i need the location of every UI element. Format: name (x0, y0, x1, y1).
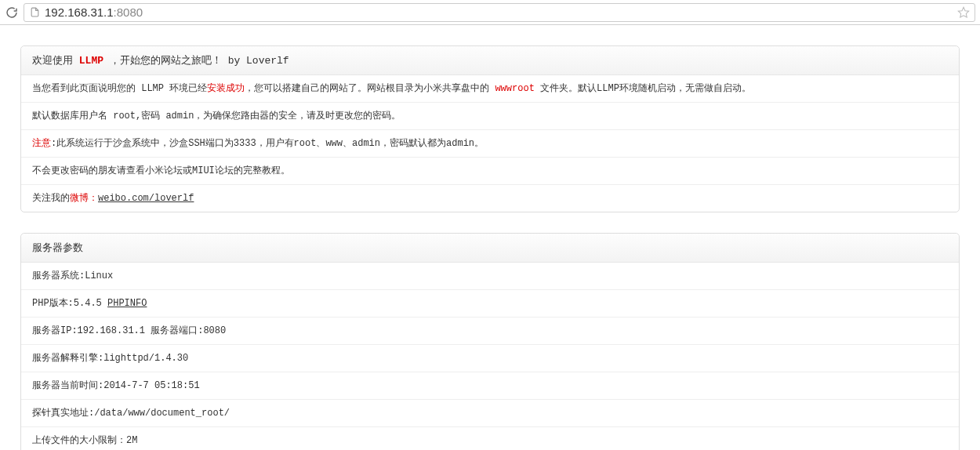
server-row-time: 服务器当前时间:2014-7-7 05:18:51 (21, 372, 959, 400)
welcome-panel: 欢迎使用 LLMP ，开始您的网站之旅吧！ by Loverlf 当您看到此页面… (20, 45, 960, 212)
svg-marker-0 (958, 7, 968, 17)
server-row-docroot: 探针真实地址:/data/www/document_root/ (21, 400, 959, 427)
url-text: 192.168.31.1:8080 (45, 5, 143, 19)
welcome-row-install: 当您看到此页面说明您的 LLMP 环境已经安装成功，您可以搭建自己的网站了。网站… (21, 75, 959, 103)
server-row-ip: 服务器IP:192.168.31.1 服务器端口:8080 (21, 318, 959, 345)
page-icon (29, 7, 40, 18)
welcome-row-weibo: 关注我的微博：weibo.com/loverlf (21, 185, 959, 212)
server-row-os: 服务器系统:Linux (21, 263, 959, 290)
phpinfo-link[interactable]: PHPINFO (107, 298, 147, 309)
bookmark-star-icon[interactable] (957, 6, 970, 19)
page-content: 欢迎使用 LLMP ，开始您的网站之旅吧！ by Loverlf 当您看到此页面… (0, 25, 980, 450)
server-panel: 服务器参数 服务器系统:Linux PHP版本:5.4.5 PHPINFO 服务… (20, 233, 960, 450)
welcome-row-notice: 注意:此系统运行于沙盒系统中，沙盒SSH端口为3333，用户有root、www、… (21, 130, 959, 158)
server-header: 服务器参数 (21, 234, 959, 263)
browser-toolbar: 192.168.31.1:8080 (0, 0, 980, 25)
server-row-php: PHP版本:5.4.5 PHPINFO (21, 290, 959, 318)
welcome-row-db: 默认数据库用户名 root,密码 admin，为确保您路由器的安全，请及时更改您… (21, 103, 959, 130)
server-row-upload: 上传文件的大小限制：2M (21, 427, 959, 450)
server-row-engine: 服务器解释引擎:lighttpd/1.4.30 (21, 345, 959, 372)
url-bar[interactable]: 192.168.31.1:8080 (24, 3, 975, 22)
welcome-header: 欢迎使用 LLMP ，开始您的网站之旅吧！ by Loverlf (21, 46, 959, 75)
reload-icon[interactable] (5, 5, 19, 20)
weibo-link[interactable]: weibo.com/loverlf (98, 193, 194, 204)
welcome-row-forum: 不会更改密码的朋友请查看小米论坛或MIUI论坛的完整教程。 (21, 158, 959, 185)
